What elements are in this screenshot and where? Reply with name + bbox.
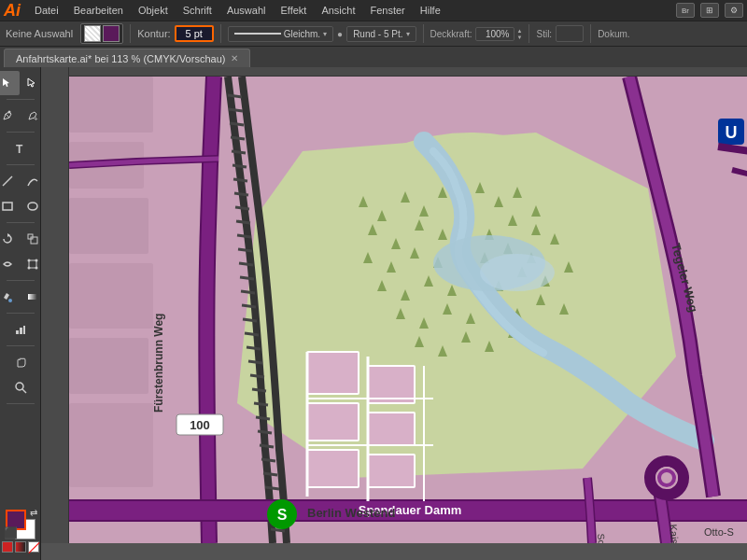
grid-icon[interactable]: ⊞ [700, 3, 719, 18]
svg-rect-8 [29, 260, 36, 268]
menu-auswahl[interactable]: Auswahl [220, 3, 273, 18]
tool-sep-6 [7, 313, 35, 314]
svg-line-103 [265, 487, 279, 489]
document-canvas: 100 Tegeler Weg Fürstenbrunn Weg Spandau… [69, 77, 747, 543]
sync-icon[interactable]: ⚙ [725, 3, 743, 18]
svg-point-5 [28, 203, 37, 210]
opacity-down[interactable]: ▼ [517, 35, 523, 40]
app-logo: Ai [4, 2, 21, 19]
svg-rect-132 [368, 413, 415, 445]
selection-label: Keine Auswahl [6, 28, 73, 39]
svg-rect-128 [307, 352, 359, 394]
pen-tool[interactable] [0, 104, 20, 128]
bridge-icon[interactable]: Br [676, 3, 695, 18]
svg-point-9 [28, 259, 31, 262]
svg-line-76 [229, 109, 243, 111]
style-swatch[interactable] [556, 25, 584, 42]
warp-tools [0, 252, 45, 276]
gradient-fill-btn[interactable] [15, 541, 26, 553]
warp-tool[interactable] [0, 252, 20, 276]
color-swatches: ⬛ ⇄ [6, 510, 35, 539]
fill-stroke-group [80, 23, 123, 44]
rect-tool[interactable] [0, 194, 20, 218]
menu-ansicht[interactable]: Ansicht [315, 3, 361, 18]
menu-objekt[interactable]: Objekt [132, 3, 175, 18]
transform-tools [0, 227, 45, 251]
sep1 [130, 24, 131, 43]
color-fill-btn[interactable] [2, 541, 13, 553]
svg-line-84 [236, 221, 250, 223]
no-fill-btn[interactable] [28, 541, 39, 553]
opacity-up[interactable]: ▲ [517, 28, 523, 34]
swap-colors-btn[interactable]: ⇄ [30, 508, 37, 518]
opacity-input[interactable] [475, 27, 514, 41]
line-preview [234, 33, 281, 35]
line-style-selector[interactable]: Gleichm. ▾ [228, 26, 333, 42]
svg-line-97 [254, 403, 268, 405]
svg-line-88 [240, 277, 254, 279]
svg-rect-126 [69, 338, 148, 394]
document-label: Dokum. [598, 29, 629, 39]
svg-text:U: U [726, 123, 738, 142]
paintbucket-tool[interactable] [0, 285, 20, 309]
svg-text:T: T [16, 143, 23, 155]
svg-point-74 [480, 254, 555, 291]
tool-sep-2 [7, 132, 35, 133]
cap-style-label: Rund - 5 Pt. [353, 29, 402, 39]
selection-tool[interactable] [0, 71, 20, 95]
type-tool[interactable]: T [8, 136, 33, 161]
tab-close-btn[interactable]: ✕ [231, 53, 238, 63]
svg-rect-124 [69, 198, 148, 254]
main-area: + T [0, 67, 747, 560]
stroke-swatch[interactable] [84, 25, 101, 42]
menu-datei[interactable]: Datei [28, 3, 65, 18]
rotate-tool[interactable] [0, 227, 20, 251]
svg-line-96 [252, 389, 266, 391]
stroke-value-input[interactable]: 5 pt [175, 25, 214, 42]
tool-sep-8 [7, 403, 35, 404]
svg-rect-13 [28, 294, 37, 300]
svg-line-98 [256, 417, 270, 419]
svg-line-101 [261, 459, 275, 461]
menu-fenster[interactable]: Fenster [363, 3, 411, 18]
style-label: Stil: [536, 29, 552, 39]
svg-line-81 [233, 179, 247, 181]
graph-tool[interactable] [8, 317, 33, 342]
svg-line-90 [242, 305, 256, 307]
svg-line-79 [232, 151, 246, 153]
control-toolbar: Keine Auswahl Kontur: 5 pt Gleichm. ▾ ● … [0, 21, 747, 47]
left-toolbar: + T [0, 67, 41, 560]
svg-line-99 [258, 431, 272, 433]
svg-line-100 [260, 445, 274, 447]
svg-text:Otto-S: Otto-S [704, 526, 734, 538]
menu-schrift[interactable]: Schrift [176, 3, 218, 18]
svg-line-87 [239, 263, 253, 265]
document-tab[interactable]: Anfahrtskarte.ai* bei 113 % (CMYK/Vorsch… [4, 49, 250, 67]
svg-line-77 [230, 123, 244, 125]
opacity-arrows: ▲ ▼ [517, 28, 523, 40]
fill-swatch[interactable] [103, 25, 120, 42]
svg-text:+: + [34, 115, 38, 122]
svg-rect-16 [23, 326, 25, 334]
menu-bearbeiten[interactable]: Bearbeiten [67, 3, 130, 18]
zoom-tool[interactable] [8, 375, 33, 399]
menu-effekt[interactable]: Effekt [274, 3, 313, 18]
line-tool[interactable] [0, 169, 20, 193]
svg-rect-4 [3, 203, 12, 210]
menu-hilfe[interactable]: Hilfe [414, 3, 447, 18]
reset-colors-btn[interactable]: ⬛ [4, 526, 18, 539]
map-illustration: 100 Tegeler Weg Fürstenbrunn Weg Spandau… [69, 77, 747, 543]
svg-text:Fürstenbrunn Weg: Fürstenbrunn Weg [152, 314, 165, 413]
svg-rect-14 [16, 330, 19, 334]
tab-filename: Anfahrtskarte.ai* bei 113 % (CMYK/Vorsch… [16, 53, 225, 64]
cap-style-arrow: ▾ [406, 30, 410, 38]
tool-sep-4 [7, 222, 35, 223]
svg-text:Berlin Westend: Berlin Westend [307, 506, 395, 520]
tab-bar: Anfahrtskarte.ai* bei 113 % (CMYK/Vorsch… [0, 47, 747, 67]
ruler-horizontal [69, 67, 747, 77]
sep3 [423, 24, 424, 43]
hand-tool[interactable] [8, 350, 33, 374]
svg-rect-6 [31, 237, 37, 244]
svg-line-75 [228, 95, 242, 97]
cap-style-selector[interactable]: Rund - 5 Pt. ▾ [346, 26, 416, 42]
